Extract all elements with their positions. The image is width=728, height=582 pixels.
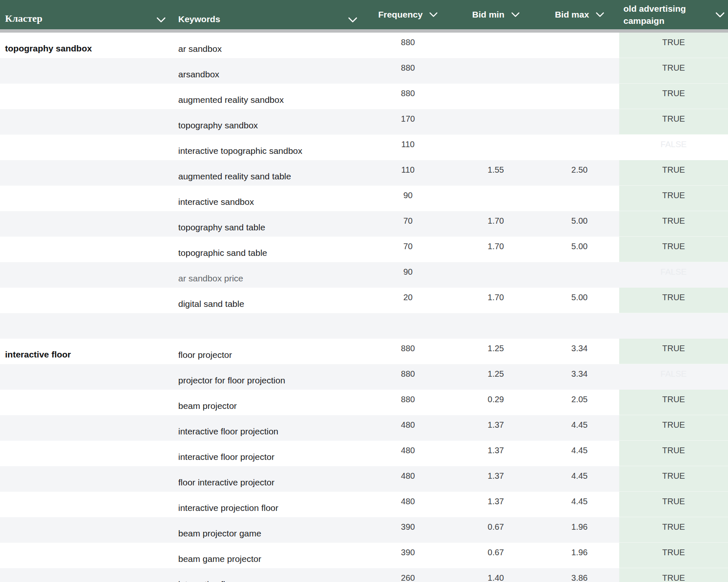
campaign-cell[interactable]: TRUE xyxy=(619,211,728,237)
keyword-cell[interactable]: arsandbox xyxy=(176,58,364,84)
bid-min-cell[interactable] xyxy=(452,313,540,339)
frequency-cell[interactable]: 390 xyxy=(364,543,452,568)
bid-min-cell[interactable]: 1.37 xyxy=(452,415,540,441)
bid-min-cell[interactable]: 1.70 xyxy=(452,237,540,262)
cluster-cell[interactable] xyxy=(0,313,176,339)
frequency-cell[interactable]: 880 xyxy=(364,364,452,390)
bid-min-cell[interactable]: 1.70 xyxy=(452,288,540,313)
bid-max-cell[interactable] xyxy=(540,84,619,109)
column-header-cluster[interactable]: Кластер xyxy=(0,0,176,29)
keyword-cell[interactable]: ar sandbox price xyxy=(176,262,364,288)
bid-max-cell[interactable]: 3.34 xyxy=(540,364,619,390)
campaign-cell[interactable]: FALSE xyxy=(619,135,728,160)
campaign-cell[interactable]: TRUE xyxy=(619,390,728,415)
bid-max-cell[interactable] xyxy=(540,262,619,288)
frequency-cell[interactable]: 110 xyxy=(364,160,452,186)
frequency-cell[interactable]: 90 xyxy=(364,262,452,288)
cluster-cell[interactable] xyxy=(0,288,176,313)
campaign-cell[interactable]: TRUE xyxy=(619,237,728,262)
keyword-cell[interactable]: floor projector xyxy=(176,339,364,364)
bid-max-cell[interactable]: 4.45 xyxy=(540,441,619,466)
bid-max-cell[interactable]: 4.45 xyxy=(540,415,619,441)
campaign-cell[interactable]: TRUE xyxy=(619,441,728,466)
bid-max-cell[interactable]: 3.34 xyxy=(540,339,619,364)
column-header-old-advertising-campaign[interactable]: old advertising campaign xyxy=(619,0,728,29)
cluster-cell[interactable] xyxy=(0,364,176,390)
cluster-cell[interactable] xyxy=(0,466,176,492)
bid-max-cell[interactable] xyxy=(540,58,619,84)
keyword-cell[interactable]: topography sandbox xyxy=(176,109,364,135)
frequency-cell[interactable]: 880 xyxy=(364,33,452,58)
column-header-keywords[interactable]: Keywords xyxy=(176,0,364,29)
frequency-cell[interactable]: 70 xyxy=(364,237,452,262)
column-header-bid-min[interactable]: Bid min xyxy=(452,0,540,29)
keyword-cell[interactable]: interactive sandbox xyxy=(176,186,364,211)
keyword-cell[interactable]: projector for floor projection xyxy=(176,364,364,390)
column-header-frequency[interactable]: Frequency xyxy=(364,0,452,29)
frequency-cell[interactable]: 110 xyxy=(364,135,452,160)
bid-min-cell[interactable]: 1.70 xyxy=(452,211,540,237)
chevron-down-icon[interactable] xyxy=(348,17,357,23)
cluster-cell[interactable] xyxy=(0,237,176,262)
campaign-cell[interactable]: TRUE xyxy=(619,466,728,492)
bid-min-cell[interactable] xyxy=(452,186,540,211)
campaign-cell[interactable]: TRUE xyxy=(619,288,728,313)
cluster-cell[interactable] xyxy=(0,109,176,135)
cluster-cell[interactable] xyxy=(0,211,176,237)
keyword-cell[interactable]: interactive floor projection xyxy=(176,415,364,441)
campaign-cell[interactable]: TRUE xyxy=(619,109,728,135)
keyword-cell[interactable]: augmented reality sand table xyxy=(176,160,364,186)
keyword-cell[interactable]: interactive floor projector xyxy=(176,441,364,466)
chevron-down-icon[interactable] xyxy=(429,12,438,17)
column-header-bid-max[interactable]: Bid max xyxy=(540,0,619,29)
cluster-cell[interactable] xyxy=(0,415,176,441)
frequency-cell[interactable] xyxy=(364,313,452,339)
cluster-cell[interactable] xyxy=(0,262,176,288)
chevron-down-icon[interactable] xyxy=(156,17,166,23)
keyword-cell[interactable]: digital sand table xyxy=(176,288,364,313)
cluster-cell[interactable] xyxy=(0,390,176,415)
bid-min-cell[interactable] xyxy=(452,135,540,160)
campaign-cell[interactable]: TRUE xyxy=(619,492,728,517)
bid-max-cell[interactable]: 3.86 xyxy=(540,568,619,582)
bid-min-cell[interactable]: 0.67 xyxy=(452,543,540,568)
chevron-down-icon[interactable] xyxy=(511,12,520,17)
campaign-cell[interactable] xyxy=(619,313,728,339)
cluster-cell[interactable]: topography sandbox xyxy=(0,33,176,58)
cluster-cell[interactable] xyxy=(0,543,176,568)
frequency-cell[interactable]: 880 xyxy=(364,339,452,364)
cluster-cell[interactable] xyxy=(0,135,176,160)
cluster-cell[interactable] xyxy=(0,517,176,543)
cluster-cell[interactable] xyxy=(0,160,176,186)
keyword-cell[interactable]: beam projector xyxy=(176,390,364,415)
frequency-cell[interactable]: 480 xyxy=(364,492,452,517)
chevron-down-icon[interactable] xyxy=(596,12,604,17)
keyword-cell[interactable]: beam game projector xyxy=(176,543,364,568)
frequency-cell[interactable]: 480 xyxy=(364,441,452,466)
frequency-cell[interactable]: 880 xyxy=(364,390,452,415)
campaign-cell[interactable]: TRUE xyxy=(619,160,728,186)
campaign-cell[interactable]: TRUE xyxy=(619,415,728,441)
campaign-cell[interactable]: TRUE xyxy=(619,339,728,364)
campaign-cell[interactable]: FALSE xyxy=(619,364,728,390)
bid-max-cell[interactable]: 5.00 xyxy=(540,288,619,313)
bid-max-cell[interactable] xyxy=(540,186,619,211)
bid-min-cell[interactable] xyxy=(452,262,540,288)
bid-max-cell[interactable]: 1.96 xyxy=(540,543,619,568)
bid-max-cell[interactable]: 4.45 xyxy=(540,492,619,517)
bid-min-cell[interactable]: 1.40 xyxy=(452,568,540,582)
campaign-cell[interactable]: TRUE xyxy=(619,543,728,568)
bid-min-cell[interactable]: 0.67 xyxy=(452,517,540,543)
frequency-cell[interactable]: 480 xyxy=(364,466,452,492)
bid-min-cell[interactable] xyxy=(452,33,540,58)
frequency-cell[interactable]: 390 xyxy=(364,517,452,543)
bid-min-cell[interactable] xyxy=(452,109,540,135)
bid-max-cell[interactable] xyxy=(540,313,619,339)
bid-max-cell[interactable]: 5.00 xyxy=(540,211,619,237)
keyword-cell[interactable] xyxy=(176,313,364,339)
cluster-cell[interactable] xyxy=(0,84,176,109)
campaign-cell[interactable]: TRUE xyxy=(619,58,728,84)
cluster-cell[interactable] xyxy=(0,492,176,517)
frequency-cell[interactable]: 170 xyxy=(364,109,452,135)
frequency-cell[interactable]: 70 xyxy=(364,211,452,237)
